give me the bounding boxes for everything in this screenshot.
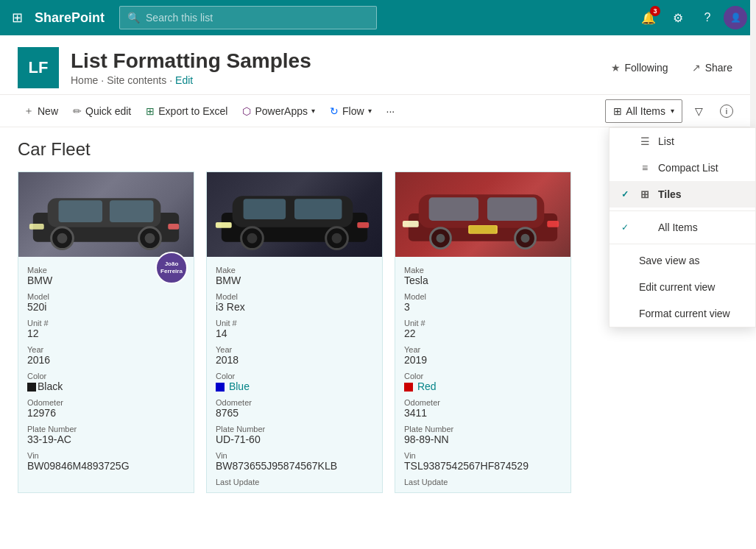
notification-button[interactable]: 🔔 3 (635, 4, 662, 31)
card-2-image (207, 172, 382, 257)
powerapps-button[interactable]: ⬡ PowerApps ▾ (236, 98, 321, 124)
year-label-2: Year (216, 345, 373, 354)
color-value-2: Blue (216, 380, 373, 392)
site-title: List Formatting Samples (71, 49, 311, 73)
card-3-body: Make Tesla Model 3 Unit # 22 Year 2019 C… (395, 257, 570, 492)
powerapps-label: PowerApps (255, 105, 308, 117)
year-label-3: Year (404, 345, 562, 354)
svg-rect-2 (59, 200, 102, 222)
all-items-button[interactable]: ⊞ All Items ▾ (605, 99, 682, 123)
flow-button[interactable]: ↻ Flow ▾ (324, 98, 378, 124)
settings-button[interactable]: ⚙ (665, 4, 691, 31)
help-button[interactable]: ? (694, 4, 721, 31)
dropdown-list-label: List (658, 135, 674, 147)
svg-rect-19 (357, 222, 369, 228)
plus-icon: ＋ (24, 105, 34, 118)
svg-rect-23 (487, 197, 537, 221)
new-button[interactable]: ＋ New (18, 98, 64, 124)
quick-edit-button[interactable]: ✏ Quick edit (67, 98, 137, 124)
dropdown-save-view-item[interactable]: Save view as (610, 247, 755, 274)
export-button[interactable]: ⊞ Export to Excel (140, 98, 233, 124)
color-text-3: Red (417, 380, 437, 392)
unit-label-1: Unit # (27, 319, 185, 327)
unit-value-2: 14 (216, 327, 373, 339)
odometer-value-1: 12976 (27, 407, 185, 419)
svg-point-27 (521, 234, 530, 243)
search-bar[interactable]: 🔍 (119, 6, 376, 29)
command-bar-wrapper: ＋ New ✏ Quick edit ⊞ Export to Excel ⬡ P… (0, 95, 756, 127)
color-label-2: Color (216, 372, 373, 380)
color-label-1: Color (27, 372, 185, 380)
list-icon: ☰ (639, 135, 651, 147)
breadcrumb-edit[interactable]: Edit (175, 74, 193, 86)
view-label: All Items (626, 105, 665, 117)
svg-point-15 (247, 233, 258, 244)
svg-point-5 (57, 233, 68, 244)
dropdown-compact-list-item[interactable]: ≡ Compact List (610, 155, 755, 181)
site-header-actions: ★ Following ↗ Share (605, 59, 739, 77)
make-value-2: BMW (216, 274, 373, 286)
breadcrumb-home[interactable]: Home (71, 74, 98, 86)
avatar[interactable]: 👤 (724, 6, 747, 29)
unit-value-1: 12 (27, 327, 185, 339)
dropdown-edit-view-label: Edit current view (639, 281, 715, 293)
svg-rect-31 (470, 226, 496, 233)
filter-icon: ▽ (695, 105, 703, 117)
waffle-icon[interactable]: ⊞ (9, 7, 26, 29)
search-icon: 🔍 (127, 12, 140, 24)
card-1: JoãoFerreira Make BMW Model 520i Unit # … (18, 171, 194, 493)
all-items-check-icon: ✓ (621, 222, 632, 233)
tiles-check-icon: ✓ (621, 189, 632, 199)
edit-icon: ✏ (73, 105, 82, 117)
unit-label-2: Unit # (216, 319, 373, 327)
card-1-avatar: JoãoFerreira (155, 252, 188, 284)
make-value-3: Tesla (404, 274, 562, 286)
share-icon: ↗ (692, 62, 701, 74)
dropdown-divider-2 (610, 244, 755, 244)
dropdown-format-view-label: Format current view (639, 308, 730, 319)
breadcrumb-site-contents[interactable]: Site contents (107, 74, 166, 86)
card-3: Make Tesla Model 3 Unit # 22 Year 2019 C… (395, 171, 571, 493)
card-3-image (395, 172, 570, 257)
car-3-svg (395, 172, 570, 257)
view-dropdown: ☰ List ≡ Compact List ✓ ⊞ Tiles ✓ All It… (609, 127, 756, 327)
card-1-image (18, 172, 194, 257)
dropdown-format-view-item[interactable]: Format current view (610, 300, 755, 327)
make-label-2: Make (216, 266, 373, 274)
color-swatch-2 (216, 383, 225, 392)
compact-list-icon: ≡ (639, 162, 651, 174)
plate-value-1: 33-19-AC (27, 433, 185, 445)
plate-value-3: 98-89-NN (404, 433, 562, 445)
dropdown-edit-view-item[interactable]: Edit current view (610, 274, 755, 300)
odometer-value-2: 8765 (216, 407, 373, 419)
svg-point-7 (145, 233, 155, 244)
color-swatch-3 (404, 383, 413, 392)
dropdown-tiles-item[interactable]: ✓ ⊞ Tiles (610, 181, 755, 208)
model-label-1: Model (27, 292, 185, 301)
dropdown-divider-1 (610, 210, 755, 211)
filter-button[interactable]: ▽ (687, 99, 710, 123)
dropdown-all-items-item[interactable]: ✓ All Items (610, 214, 755, 241)
new-label: New (38, 105, 58, 117)
search-input[interactable] (146, 12, 368, 24)
more-button[interactable]: ··· (381, 98, 401, 124)
dropdown-save-view-label: Save view as (639, 255, 699, 266)
topbar-icons: 🔔 3 ⚙ ? 👤 (635, 4, 747, 31)
powerapps-icon: ⬡ (242, 105, 251, 117)
year-value-2: 2018 (216, 354, 373, 366)
card-1-body: Make BMW Model 520i Unit # 12 Year 2016 … (18, 257, 194, 478)
info-button[interactable]: i (715, 99, 738, 123)
following-button[interactable]: ★ Following (605, 59, 674, 77)
card-2: Make BMW Model i3 Rex Unit # 14 Year 201… (206, 171, 383, 493)
star-icon: ★ (611, 62, 621, 74)
dropdown-compact-label: Compact List (658, 162, 718, 174)
share-button[interactable]: ↗ Share (686, 59, 738, 77)
avatar-text: JoãoFerreira (160, 261, 183, 276)
odometer-value-3: 3411 (404, 407, 562, 419)
vin-label-3: Vin (404, 451, 562, 460)
svg-rect-13 (294, 199, 342, 219)
dropdown-list-item[interactable]: ☰ List (610, 128, 755, 155)
svg-rect-12 (244, 199, 286, 219)
svg-point-25 (437, 234, 445, 243)
year-value-1: 2016 (27, 354, 185, 366)
